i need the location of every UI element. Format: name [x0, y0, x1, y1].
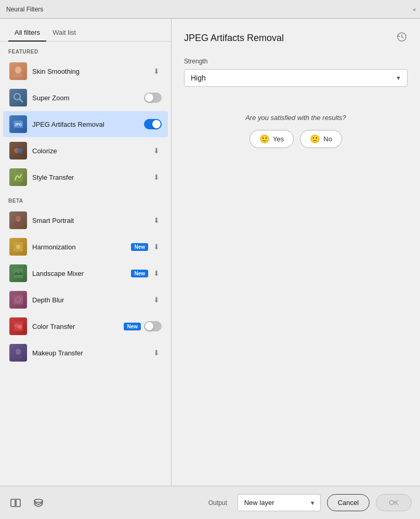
- left-panel: All filters Wait list FEATURED Skin Smoo…: [0, 19, 172, 486]
- frown-icon: 🙁: [310, 134, 320, 144]
- toggle-super-zoom[interactable]: [144, 92, 162, 103]
- toggle-jpeg-artifacts[interactable]: [144, 119, 162, 129]
- smile-icon: 🙂: [259, 134, 270, 144]
- filter-item-smart-portrait[interactable]: Smart Portrait ⬇: [3, 207, 168, 233]
- panel-header: JPEG Artifacts Removal: [184, 31, 408, 45]
- filter-item-colorize[interactable]: Colorize ⬇: [3, 138, 168, 164]
- filter-controls-makeup-transfer: ⬇: [151, 348, 162, 358]
- svg-point-18: [18, 325, 22, 329]
- filter-thumb-super-zoom: [9, 89, 27, 107]
- filter-thumb-colorize: [9, 142, 27, 159]
- right-panel: JPEG Artifacts Removal Strength Low Medi…: [172, 19, 420, 486]
- tab-wait-list[interactable]: Wait list: [46, 24, 82, 42]
- strength-dropdown-container: Low Medium High ▼: [184, 69, 408, 87]
- yes-button[interactable]: 🙂 Yes: [250, 130, 294, 148]
- svg-text:JPG: JPG: [15, 123, 22, 126]
- filter-thumb-smart-portrait: [9, 211, 27, 229]
- filter-name-style-transfer: Style Transfer: [32, 174, 151, 181]
- filter-thumb-style-transfer: [9, 168, 27, 186]
- svg-point-0: [15, 66, 21, 74]
- download-icon-colorize[interactable]: ⬇: [151, 145, 162, 156]
- download-icon-landscape-mixer[interactable]: ⬇: [151, 268, 162, 278]
- filter-name-depth-blur: Depth Blur: [32, 296, 151, 304]
- satisfaction-buttons: 🙂 Yes 🙁 No: [184, 130, 408, 148]
- download-icon-skin-smoothing[interactable]: ⬇: [151, 66, 162, 76]
- svg-rect-14: [14, 295, 23, 304]
- yes-label: Yes: [273, 135, 284, 143]
- output-dropdown[interactable]: New layer Current layer New document: [238, 494, 321, 511]
- filter-thumb-harmonization: [9, 238, 27, 256]
- filter-name-super-zoom: Super Zoom: [32, 94, 144, 102]
- no-button[interactable]: 🙁 No: [300, 130, 342, 148]
- filter-thumb-depth-blur: [9, 291, 27, 309]
- output-dropdown-wrap: New layer Current layer New document ▼: [238, 494, 321, 511]
- filter-controls-super-zoom: [144, 92, 162, 103]
- strength-label: Strength: [184, 58, 408, 65]
- badge-new-color-transfer: New: [124, 323, 141, 330]
- filter-item-super-zoom[interactable]: Super Zoom: [3, 85, 168, 111]
- filter-controls-colorize: ⬇: [151, 145, 162, 156]
- filter-item-harmonization[interactable]: Harmonization New ⬇: [3, 234, 168, 260]
- download-icon-harmonization[interactable]: ⬇: [151, 242, 162, 252]
- badge-new-harmonization: New: [131, 243, 148, 251]
- filter-item-style-transfer[interactable]: Style Transfer ⬇: [3, 164, 168, 190]
- download-icon-style-transfer[interactable]: ⬇: [151, 172, 162, 182]
- filter-controls-jpeg-artifacts: [144, 119, 162, 129]
- filter-name-harmonization: Harmonization: [32, 243, 131, 251]
- filter-item-jpeg-artifacts[interactable]: JPG JPEG Artifacts Removal: [3, 111, 168, 137]
- svg-point-12: [16, 245, 20, 249]
- title-bar: Neural Filters «: [0, 0, 420, 19]
- panel-title: JPEG Artifacts Removal: [184, 33, 284, 44]
- output-label: Output: [208, 499, 227, 507]
- layers-split-icon[interactable]: [8, 496, 23, 510]
- svg-point-20: [14, 355, 22, 358]
- tab-all-filters[interactable]: All filters: [8, 24, 46, 42]
- filter-name-makeup-transfer: Makeup Transfer: [32, 349, 151, 357]
- filter-name-colorize: Colorize: [32, 147, 151, 155]
- history-icon[interactable]: [396, 31, 408, 45]
- layers-stack-icon[interactable]: [31, 496, 46, 510]
- filter-name-color-transfer: Color Transfer: [32, 323, 124, 330]
- bottom-icons: [8, 496, 46, 510]
- filter-controls-skin-smoothing: ⬇: [151, 66, 162, 76]
- filter-item-skin-smoothing[interactable]: Skin Smoothing ⬇: [3, 58, 168, 84]
- svg-point-7: [17, 148, 22, 153]
- filter-name-jpeg-artifacts: JPEG Artifacts Removal: [32, 121, 144, 128]
- filter-thumb-makeup-transfer: [9, 344, 27, 362]
- svg-point-25: [34, 499, 43, 502]
- svg-point-9: [16, 216, 21, 222]
- filter-item-depth-blur[interactable]: Depth Blur ⬇: [3, 287, 168, 313]
- filter-thumb-jpeg-artifacts: JPG: [9, 115, 27, 133]
- ok-button[interactable]: OK: [376, 494, 412, 511]
- cancel-button[interactable]: Cancel: [327, 494, 370, 511]
- filter-controls-depth-blur: ⬇: [151, 295, 162, 305]
- filter-name-skin-smoothing: Skin Smoothing: [32, 68, 151, 75]
- filter-thumb-color-transfer: [9, 317, 27, 335]
- close-icon[interactable]: «: [413, 6, 416, 12]
- download-icon-depth-blur[interactable]: ⬇: [151, 295, 162, 305]
- section-header-beta: BETA: [0, 191, 171, 207]
- tabs-bar: All filters Wait list: [0, 19, 171, 42]
- svg-rect-22: [11, 499, 15, 507]
- filter-thumb-skin-smoothing: [9, 62, 27, 80]
- bottom-bar: Output New layer Current layer New docum…: [0, 486, 420, 519]
- download-icon-smart-portrait[interactable]: ⬇: [151, 215, 162, 225]
- filter-item-landscape-mixer[interactable]: Landscape Mixer New ⬇: [3, 260, 168, 286]
- filter-controls-harmonization: New ⬇: [131, 242, 162, 252]
- filter-controls-landscape-mixer: New ⬇: [131, 268, 162, 278]
- badge-new-landscape-mixer: New: [131, 270, 148, 277]
- no-label: No: [323, 135, 332, 143]
- filter-name-landscape-mixer: Landscape Mixer: [32, 270, 131, 277]
- filter-item-color-transfer[interactable]: Color Transfer New: [3, 313, 168, 339]
- svg-point-1: [14, 73, 23, 77]
- svg-rect-23: [16, 499, 20, 507]
- filter-thumb-landscape-mixer: [9, 264, 27, 282]
- filter-controls-color-transfer: New: [124, 321, 162, 331]
- toggle-color-transfer[interactable]: [144, 321, 162, 331]
- filter-name-smart-portrait: Smart Portrait: [32, 217, 151, 224]
- strength-dropdown[interactable]: Low Medium High: [184, 69, 408, 87]
- download-icon-makeup-transfer[interactable]: ⬇: [151, 348, 162, 358]
- svg-point-10: [14, 222, 22, 226]
- filter-item-makeup-transfer[interactable]: Makeup Transfer ⬇: [3, 340, 168, 366]
- svg-line-3: [19, 99, 22, 102]
